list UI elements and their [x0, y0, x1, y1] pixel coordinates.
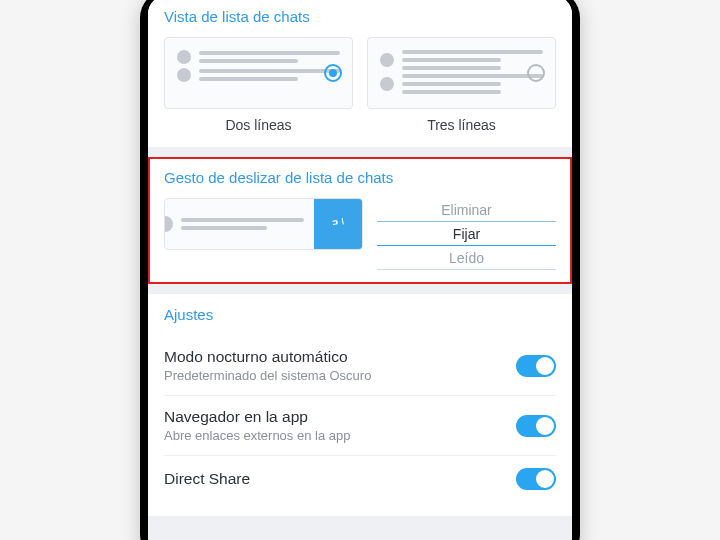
toggle-in-app-browser[interactable]: [516, 415, 556, 437]
swipe-action-pin: [314, 199, 362, 249]
settings-list: Modo nocturno automático Predeterminado …: [164, 335, 556, 502]
label-three-lines: Tres líneas: [367, 117, 556, 133]
section-chat-list-view: Vista de lista de chats: [148, 0, 572, 147]
pin-icon: [329, 213, 347, 235]
section-title-settings: Ajustes: [164, 306, 556, 323]
browser-title: Navegador en la app: [164, 408, 350, 426]
browser-subtitle: Abre enlaces externos en la app: [164, 428, 350, 443]
row-in-app-browser[interactable]: Navegador en la app Abre enlaces externo…: [164, 395, 556, 455]
night-mode-subtitle: Predeterminado del sistema Oscuro: [164, 368, 371, 383]
row-night-mode[interactable]: Modo nocturno automático Predeterminado …: [164, 335, 556, 395]
direct-share-title: Direct Share: [164, 470, 250, 488]
swipe-gesture-preview: [164, 198, 363, 250]
option-three-lines[interactable]: [367, 37, 556, 109]
screen: Vista de lista de chats: [148, 0, 572, 540]
toggle-direct-share[interactable]: [516, 468, 556, 490]
section-swipe-gesture: Gesto de deslizar de lista de chats Elim…: [148, 157, 572, 284]
section-title-chat-list-view: Vista de lista de chats: [164, 8, 556, 25]
option-two-lines[interactable]: [164, 37, 353, 109]
phone-frame: Vista de lista de chats: [140, 0, 580, 540]
row-direct-share[interactable]: Direct Share: [164, 455, 556, 502]
swipe-option-pin[interactable]: Fijar: [377, 222, 556, 246]
chat-list-view-options: [164, 37, 556, 109]
label-two-lines: Dos líneas: [164, 117, 353, 133]
section-title-swipe-gesture: Gesto de deslizar de lista de chats: [164, 169, 556, 186]
swipe-gesture-options: Eliminar Fijar Leído: [377, 198, 556, 270]
chat-list-view-labels: Dos líneas Tres líneas: [164, 117, 556, 133]
radio-unselected-icon: [527, 64, 545, 82]
swipe-option-read[interactable]: Leído: [377, 246, 556, 270]
radio-selected-icon: [324, 64, 342, 82]
swipe-option-delete[interactable]: Eliminar: [377, 198, 556, 222]
section-settings: Ajustes Modo nocturno automático Predete…: [148, 294, 572, 516]
toggle-night-mode[interactable]: [516, 355, 556, 377]
swipe-gesture-row: Eliminar Fijar Leído: [164, 198, 556, 270]
night-mode-title: Modo nocturno automático: [164, 348, 371, 366]
